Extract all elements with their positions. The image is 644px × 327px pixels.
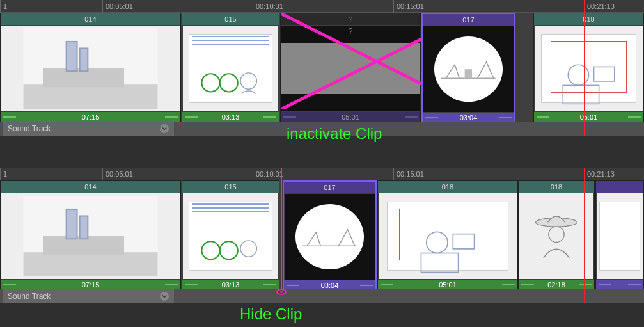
ruler-tick: 00:10:01 (253, 0, 283, 13)
svg-rect-19 (80, 216, 88, 239)
clip-duration: 07:15 (1, 280, 180, 290)
clip-header: 017 (284, 182, 375, 193)
svg-rect-25 (421, 253, 458, 272)
svg-rect-16 (24, 252, 158, 276)
timeline-inactivate-example: 1 00:05:01 00:10:01 00:15:01 00:21:13 01… (0, 0, 644, 136)
svg-rect-26 (453, 234, 474, 249)
sound-track[interactable]: Sound Track (0, 289, 644, 303)
clip-header (596, 181, 643, 193)
clip-014[interactable]: 014 07:15 (0, 180, 181, 289)
clip-thumbnail (597, 193, 643, 279)
svg-rect-11 (465, 69, 472, 78)
clip-header: 018 (519, 181, 594, 193)
ruler-tick: 00:21:13 (584, 168, 615, 180)
clip-duration: 05:01 (281, 112, 420, 122)
hide-clip-marker[interactable] (281, 168, 282, 289)
clip-duration (596, 280, 643, 290)
clip-header: 014 (1, 181, 180, 193)
svg-point-7 (240, 72, 256, 88)
clip-015[interactable]: 015 03:13 (182, 180, 279, 289)
clip-017[interactable]: 017 03:04 (421, 13, 515, 122)
svg-rect-18 (67, 209, 77, 239)
clip-018b[interactable]: 018 02:18 (518, 180, 595, 289)
clip-header: 018 (378, 181, 517, 193)
clip-header: ? (281, 13, 420, 25)
svg-rect-14 (594, 67, 615, 81)
svg-rect-13 (563, 85, 599, 104)
clip-partial[interactable] (595, 180, 644, 289)
clip-header: 018 (534, 13, 643, 25)
svg-point-24 (427, 232, 448, 253)
clip-duration: 03:13 (182, 112, 279, 122)
timeline-ruler[interactable]: 1 00:05:01 00:10:01 00:15:01 00:21:13 (0, 0, 644, 13)
clip-thumbnail (1, 193, 180, 279)
annotation-hide: Hide Clip (240, 305, 302, 323)
svg-rect-1 (24, 84, 158, 109)
sound-track-label: Sound Track (8, 292, 51, 301)
ruler-tick: 00:05:01 (102, 0, 133, 13)
eye-icon (276, 289, 287, 295)
clip-inactive[interactable]: ? 05:01 (280, 13, 421, 122)
sound-track-label: Sound Track (8, 124, 51, 133)
ruler-tick: 00:21:13 (584, 0, 615, 13)
timeline-hide-example: 1 00:05:01 00:10:01 00:15:01 00:21:13 01… (0, 168, 644, 303)
clip-thumbnail (535, 26, 643, 111)
clip-018[interactable]: 018 05:01 (377, 180, 518, 289)
clip-thumbnail (183, 26, 278, 111)
clip-header: 015 (182, 13, 279, 25)
clip-duration: 02:18 (519, 280, 594, 290)
clip-014[interactable]: 014 07:15 (0, 13, 181, 122)
clip-header: 015 (182, 181, 279, 193)
clip-duration: 03:13 (182, 280, 279, 290)
clip-thumbnail (423, 26, 514, 112)
clip-thumbnail (1, 26, 180, 111)
clip-018[interactable]: 018 05:01 (533, 13, 644, 122)
ruler-tick: 1 (0, 0, 7, 13)
svg-point-22 (240, 240, 256, 256)
playhead[interactable] (584, 0, 585, 136)
svg-point-21 (220, 241, 238, 259)
video-track[interactable]: 014 07:15 015 (0, 180, 644, 289)
ruler-tick: 00:05:01 (102, 168, 133, 180)
video-track[interactable]: 014 07:15 015 (0, 13, 644, 122)
clip-duration: 05:01 (378, 280, 517, 290)
ruler-tick: 00:10:01 (253, 168, 283, 180)
svg-point-12 (568, 65, 588, 85)
ruler-tick: 00:15:01 (393, 168, 424, 180)
ruler-tick: 00:15:01 (393, 0, 424, 13)
clip-017[interactable]: 017 03:04 (283, 180, 377, 289)
svg-point-6 (220, 74, 238, 92)
clip-015[interactable]: 015 03:13 (182, 13, 279, 122)
clip-thumbnail (285, 194, 375, 280)
clip-thumbnail (379, 193, 517, 279)
playhead[interactable] (584, 168, 585, 303)
clip-header: 014 (1, 13, 180, 25)
ruler-tick: 1 (0, 168, 7, 180)
clip-thumbnail (281, 26, 420, 111)
clip-duration: 05:01 (534, 112, 643, 122)
svg-rect-4 (80, 49, 88, 72)
dropdown-icon[interactable] (160, 292, 169, 301)
svg-rect-3 (67, 42, 77, 71)
sound-track[interactable]: Sound Track (0, 122, 644, 136)
svg-point-5 (201, 74, 219, 92)
timeline-ruler[interactable]: 1 00:05:01 00:10:01 00:15:01 00:21:13 (0, 168, 644, 180)
dropdown-icon[interactable] (160, 124, 169, 133)
svg-point-28 (549, 227, 564, 242)
clip-thumbnail (183, 193, 278, 279)
svg-point-20 (201, 241, 219, 259)
clip-duration: 07:15 (1, 112, 180, 122)
clip-header: 017 (423, 14, 514, 26)
clip-thumbnail (519, 193, 593, 279)
